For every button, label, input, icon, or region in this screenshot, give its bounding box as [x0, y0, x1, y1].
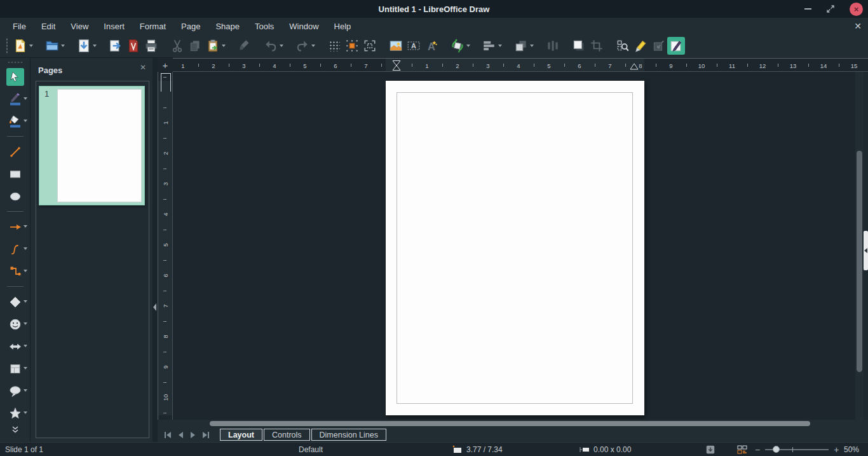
next-page-icon[interactable]	[188, 430, 198, 440]
pages-panel-close-icon[interactable]: ✕	[140, 63, 146, 72]
zoom-slider-knob[interactable]	[773, 446, 780, 453]
zoom-out-icon[interactable]: −	[755, 445, 760, 455]
first-page-icon[interactable]	[163, 430, 173, 440]
tab-dimension-lines[interactable]: Dimension Lines	[311, 429, 386, 441]
curve-tool[interactable]	[0, 238, 31, 260]
panel-splitter[interactable]	[153, 58, 158, 442]
line-color-caret[interactable]	[24, 97, 27, 100]
menu-file[interactable]: File	[5, 20, 34, 33]
stars-caret[interactable]	[24, 411, 27, 414]
flowchart-tool[interactable]	[0, 357, 31, 380]
display-grid-icon[interactable]	[325, 37, 343, 55]
page-thumbnail[interactable]: 1	[39, 86, 145, 205]
left-indent-marker-icon[interactable]	[393, 60, 401, 71]
drawing-page[interactable]	[386, 81, 644, 415]
select-tool[interactable]	[0, 66, 31, 88]
ellipse-tool[interactable]	[0, 185, 31, 207]
paste-icon[interactable]	[204, 37, 222, 55]
paste-dropdown-caret[interactable]	[222, 45, 226, 47]
open-dropdown-caret[interactable]	[61, 45, 65, 47]
basic-shapes-tool[interactable]	[0, 291, 31, 313]
vertical-ruler[interactable]: 12345678910	[158, 72, 173, 420]
right-margin-marker-icon[interactable]	[630, 63, 639, 70]
export-icon[interactable]	[107, 37, 125, 55]
show-draw-functions-icon[interactable]	[667, 37, 685, 55]
page-style[interactable]: Default	[299, 443, 323, 456]
block-arrows-caret[interactable]	[24, 345, 27, 347]
titlebar[interactable]: Untitled 1 - LibreOffice Draw ×	[0, 0, 868, 18]
print-icon[interactable]	[142, 37, 160, 55]
menu-edit[interactable]: Edit	[34, 20, 63, 33]
snap-to-grid-icon[interactable]	[343, 37, 361, 55]
maximize-icon[interactable]	[825, 4, 836, 14]
vertical-scrollbar-thumb[interactable]	[857, 151, 862, 372]
redact-icon[interactable]	[632, 37, 649, 55]
zoom-slider[interactable]	[765, 449, 829, 450]
insert-image-icon[interactable]	[387, 37, 405, 55]
symbol-shapes-caret[interactable]	[24, 322, 27, 325]
find-replace-icon[interactable]	[614, 37, 632, 55]
fill-color-tool[interactable]	[0, 110, 31, 132]
close-window-icon[interactable]: ×	[850, 3, 863, 16]
align-dropdown-caret[interactable]	[498, 45, 502, 47]
line-color-tool[interactable]	[0, 88, 31, 110]
open-folder-icon[interactable]	[43, 37, 61, 55]
menu-insert[interactable]: Insert	[96, 20, 132, 33]
toolbar-drag-handle[interactable]	[5, 38, 9, 54]
menu-shape[interactable]: Shape	[208, 20, 247, 33]
horizontal-ruler[interactable]: 7654321123456789101112131415	[173, 58, 868, 72]
export-pdf-icon[interactable]	[125, 37, 142, 55]
callouts-caret[interactable]	[24, 389, 27, 392]
new-dropdown-caret[interactable]	[29, 45, 33, 47]
insert-fontwork-icon[interactable]: A	[423, 37, 440, 55]
connectors-tool[interactable]	[0, 260, 31, 282]
horizontal-scrollbar-thumb[interactable]	[210, 421, 810, 426]
stars-tool[interactable]	[0, 402, 31, 424]
zoom-level[interactable]: 50%	[844, 443, 859, 456]
menu-page[interactable]: Page	[173, 20, 208, 33]
insert-line-tool[interactable]	[0, 141, 31, 163]
vertical-scrollbar[interactable]	[855, 72, 864, 420]
shadow-icon[interactable]	[570, 37, 588, 55]
arrange-icon[interactable]	[512, 37, 530, 55]
helplines-icon[interactable]	[361, 37, 379, 55]
basic-shapes-caret[interactable]	[24, 300, 27, 303]
fit-slide-icon[interactable]	[737, 445, 748, 455]
arrange-dropdown-caret[interactable]	[530, 45, 534, 47]
menu-help[interactable]: Help	[327, 20, 359, 33]
tab-layout[interactable]: Layout	[220, 429, 262, 441]
sidebar-splitter[interactable]	[864, 72, 868, 420]
symbol-shapes-tool[interactable]	[0, 313, 31, 335]
tab-controls[interactable]: Controls	[264, 429, 310, 441]
close-document-icon[interactable]: ✕	[854, 18, 862, 34]
collapse-panel-arrow-icon[interactable]	[153, 303, 156, 311]
ruler-corner[interactable]: +	[158, 58, 173, 72]
save-dropdown-caret[interactable]	[93, 45, 97, 47]
rectangle-tool[interactable]	[0, 163, 31, 185]
menu-format[interactable]: Format	[132, 20, 173, 33]
top-margin-marker-icon[interactable]	[161, 73, 171, 92]
menu-tools[interactable]: Tools	[247, 20, 281, 33]
lines-arrows-caret[interactable]	[24, 225, 27, 228]
save-icon[interactable]	[75, 37, 93, 55]
lines-and-arrows-tool[interactable]	[0, 216, 31, 238]
menu-view[interactable]: View	[63, 20, 96, 33]
transformations-icon[interactable]	[449, 37, 466, 55]
drawing-toolbar-drag-handle[interactable]	[7, 60, 24, 64]
fill-color-caret[interactable]	[24, 120, 27, 122]
new-document-icon[interactable]	[11, 37, 29, 55]
transformations-dropdown-caret[interactable]	[466, 45, 470, 47]
drawing-canvas[interactable]	[173, 72, 855, 420]
align-objects-icon[interactable]	[480, 37, 498, 55]
minimize-icon[interactable]	[804, 8, 811, 10]
callouts-tool[interactable]	[0, 380, 31, 402]
more-tools-icon[interactable]	[11, 426, 20, 436]
horizontal-scrollbar[interactable]	[158, 420, 868, 427]
menu-window[interactable]: Window	[281, 20, 326, 33]
flowchart-caret[interactable]	[24, 367, 27, 370]
insert-text-box-icon[interactable]: A	[405, 37, 423, 55]
block-arrows-tool[interactable]	[0, 335, 31, 357]
previous-page-icon[interactable]	[175, 430, 186, 440]
curve-caret[interactable]	[24, 247, 27, 250]
connectors-caret[interactable]	[24, 270, 27, 272]
